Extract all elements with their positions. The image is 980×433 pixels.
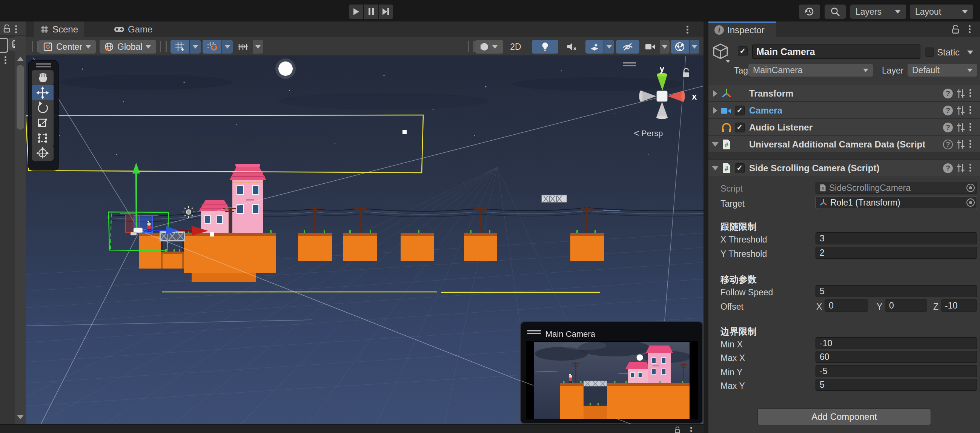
large-house[interactable] <box>229 164 266 233</box>
toolbar-drag-handle[interactable] <box>32 41 38 52</box>
toolbar-drag-handle[interactable] <box>468 41 474 52</box>
gameobject-enabled-checkbox[interactable]: ✓ <box>738 46 748 56</box>
presets-icon[interactable] <box>956 163 966 173</box>
grid-snap-toggle[interactable] <box>170 40 189 54</box>
component-enabled-checkbox[interactable]: ✓ <box>735 163 745 173</box>
gizmo-center-handle[interactable] <box>134 228 143 233</box>
effects-toggle[interactable] <box>585 40 603 54</box>
tab-scene[interactable]: Scene <box>34 22 84 37</box>
cropped-button[interactable] <box>0 38 8 53</box>
tag-dropdown[interactable]: MainCamera <box>748 64 873 76</box>
component-side-scrolling-camera[interactable]: # ✓ Side Scrolling Camera (Script) ? <box>708 159 980 176</box>
kebab-menu[interactable] <box>969 106 971 108</box>
camera-settings-button[interactable] <box>642 40 659 54</box>
effects-dropdown[interactable] <box>604 40 614 54</box>
component-audio-listener[interactable]: ✓ Audio Listener ? <box>708 119 980 135</box>
object-picker-icon[interactable] <box>966 184 975 192</box>
y-threshold-field[interactable] <box>816 247 977 259</box>
kebab-menu[interactable] <box>687 25 689 27</box>
scroll-up-icon[interactable] <box>17 57 24 61</box>
scroll-down-icon[interactable] <box>17 415 24 419</box>
kebab-menu[interactable] <box>969 164 971 166</box>
script-object-field[interactable]: # SideScrollingCamera <box>816 182 977 194</box>
presets-icon[interactable] <box>956 140 966 150</box>
camera-settings-dropdown[interactable] <box>660 40 670 54</box>
vertical-scrollbar[interactable] <box>15 36 25 424</box>
min-x-field[interactable] <box>816 337 977 349</box>
gizmo-center-cube[interactable] <box>657 91 667 102</box>
static-dropdown-icon[interactable] <box>967 51 973 54</box>
persp-label[interactable]: Persp <box>641 129 663 138</box>
kebab-menu[interactable] <box>969 140 971 142</box>
static-checkbox[interactable] <box>925 48 934 57</box>
rect-tool[interactable] <box>32 131 54 146</box>
offset-x-field[interactable] <box>824 299 869 312</box>
preview-drag-handle[interactable] <box>527 330 541 331</box>
tab-game[interactable]: Game <box>108 22 158 37</box>
kebab-menu[interactable] <box>5 56 6 58</box>
component-enabled-checkbox[interactable]: ✓ <box>735 123 745 132</box>
chevron-down-icon[interactable] <box>726 60 730 63</box>
lock-icon[interactable] <box>951 25 959 34</box>
tab-inspector[interactable]: i Inspector <box>708 22 776 37</box>
help-icon[interactable]: ? <box>943 163 953 173</box>
shading-mode-dropdown[interactable] <box>475 40 503 54</box>
kebab-menu[interactable] <box>969 123 971 125</box>
scrollbar-thumb[interactable] <box>17 65 24 130</box>
lock-icon[interactable] <box>3 24 11 33</box>
floating-bridge-piece[interactable] <box>541 195 567 202</box>
object-picker-icon[interactable] <box>966 198 975 207</box>
play-button[interactable] <box>349 5 363 19</box>
presets-icon[interactable] <box>956 123 966 132</box>
add-component-button[interactable]: Add Component <box>757 409 931 425</box>
kebab-menu[interactable] <box>969 89 971 91</box>
persp-arrow-icon[interactable]: < <box>634 127 640 139</box>
help-icon[interactable]: ? <box>943 89 953 99</box>
presets-icon[interactable] <box>956 106 966 115</box>
component-camera[interactable]: ✓ Camera ? <box>708 102 980 118</box>
ruler-dropdown[interactable] <box>253 40 263 54</box>
cube-icon[interactable] <box>711 43 730 63</box>
presets-icon[interactable] <box>956 89 966 99</box>
pivot-mode-dropdown[interactable]: Center <box>38 40 96 54</box>
2d-toggle[interactable]: 2D <box>506 40 526 54</box>
help-icon[interactable]: ? <box>943 106 953 115</box>
panel-splitter[interactable] <box>703 22 708 433</box>
help-icon[interactable]: ? <box>943 140 953 150</box>
y-axis-handle[interactable] <box>136 172 137 229</box>
kebab-menu[interactable] <box>969 25 970 27</box>
increment-snap-dropdown[interactable] <box>222 40 233 54</box>
scene-visibility-toggle[interactable] <box>616 40 640 54</box>
help-icon[interactable]: ? <box>943 123 953 132</box>
step-button[interactable] <box>379 5 393 19</box>
audio-toggle[interactable] <box>560 40 583 54</box>
component-universal-additional-camera-data[interactable]: # Universal Additional Camera Data (Scri… <box>708 136 980 152</box>
version-control-button[interactable] <box>799 5 820 19</box>
scene-viewport[interactable]: y x < Persp Main Camera <box>25 56 703 424</box>
scale-tool[interactable] <box>32 115 54 131</box>
ruler-toggle[interactable] <box>235 40 252 54</box>
small-house[interactable] <box>199 200 231 233</box>
target-object-field[interactable]: Role1 (Transform) <box>816 196 977 209</box>
kebab-menu[interactable] <box>15 25 17 27</box>
overlay-drag-handle[interactable] <box>623 62 636 64</box>
layout-dropdown[interactable]: Layout <box>910 5 973 19</box>
hand-tool[interactable] <box>32 70 54 85</box>
increment-snap-toggle[interactable] <box>202 40 221 54</box>
orientation-dropdown[interactable]: Global <box>100 40 156 54</box>
pause-button[interactable] <box>364 5 379 19</box>
min-y-field[interactable] <box>816 365 977 377</box>
bridge-truss[interactable] <box>159 231 185 241</box>
grid-snap-dropdown[interactable] <box>190 40 200 54</box>
foldout-icon[interactable] <box>712 166 719 170</box>
palette-drag-handle[interactable] <box>36 64 51 65</box>
camera-preview-window[interactable]: Main Camera <box>520 322 703 424</box>
layers-dropdown[interactable]: Layers <box>850 5 906 19</box>
layer-dropdown[interactable]: Default <box>908 64 977 76</box>
follow-speed-field[interactable] <box>816 285 977 297</box>
gizmos-toggle[interactable] <box>671 40 689 54</box>
move-tool[interactable] <box>32 85 54 100</box>
component-enabled-checkbox[interactable]: ✓ <box>735 106 745 115</box>
offset-y-field[interactable] <box>885 299 927 312</box>
offset-z-field[interactable] <box>941 299 977 312</box>
